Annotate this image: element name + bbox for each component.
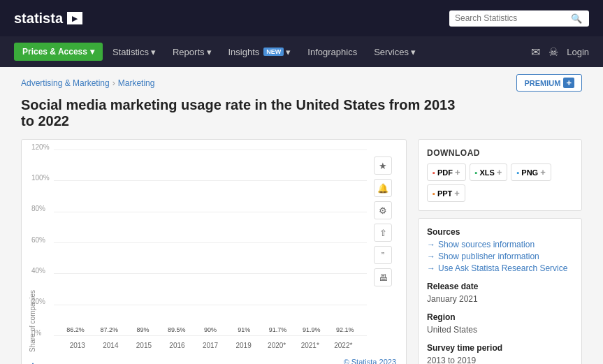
x-label: 2015 xyxy=(127,342,161,349)
chart-credit: © Statista 2023 xyxy=(344,358,396,364)
login-label[interactable]: Login xyxy=(567,47,589,57)
region-value: United States xyxy=(427,325,573,335)
chevron-down-icon: ▾ xyxy=(90,47,94,57)
survey-period-value: 2013 to 2019 xyxy=(427,356,573,364)
arrow-icon: → xyxy=(427,263,435,273)
download-buttons: ▪ PDF + ▪ XLS + ▪ PNG + ▪ PPT + xyxy=(427,163,573,202)
star-button[interactable]: ★ xyxy=(374,156,392,175)
download-section: DOWNLOAD ▪ PDF + ▪ XLS + ▪ PNG + xyxy=(418,139,582,211)
xls-plus: + xyxy=(497,167,502,177)
prices-access-button[interactable]: Prices & Access ▾ xyxy=(14,43,103,61)
nav-item-insights[interactable]: Insights NEW ▾ xyxy=(221,43,298,61)
bar-value-label: 89% xyxy=(128,326,157,333)
breadcrumb-row: Advertising & Marketing › Marketing PREM… xyxy=(0,67,603,94)
chevron-down-icon: ▾ xyxy=(411,47,416,57)
chevron-down-icon: ▾ xyxy=(286,47,291,57)
search-input[interactable] xyxy=(455,13,567,23)
survey-period-label: Survey time period xyxy=(427,343,573,353)
sources-row: Sources → Show sources information → Sho… xyxy=(427,227,573,273)
nav-item-reports[interactable]: Reports ▾ xyxy=(166,43,219,61)
share-button[interactable]: ⇧ xyxy=(374,224,392,242)
survey-period-row: Survey time period 2013 to 2019 xyxy=(427,343,573,364)
release-date-row: Release date January 2021 xyxy=(427,282,573,304)
region-label: Region xyxy=(427,312,573,322)
search-icon: 🔍 xyxy=(571,13,582,24)
bar-value-label: 91.9% xyxy=(297,326,326,333)
nav-item-infographics[interactable]: Infographics xyxy=(300,43,364,61)
download-xls-button[interactable]: ▪ XLS + xyxy=(470,163,508,181)
x-label: 2019 xyxy=(227,342,261,349)
logo: statista ▶ xyxy=(14,10,82,27)
ask-statista-link[interactable]: → Use Ask Statista Research Service xyxy=(427,263,573,273)
chart-footer: ℹ Additional Information © Statista 2023… xyxy=(29,358,399,364)
arrow-icon: → xyxy=(427,252,435,261)
page-title: Social media marketing usage rate in the… xyxy=(0,94,489,139)
settings-button[interactable]: ⚙ xyxy=(374,201,392,219)
arrow-icon: → xyxy=(427,240,435,249)
chart-inner: Share of companies 120% 100% 80% 60% 40%… xyxy=(29,150,399,352)
pdf-plus: + xyxy=(455,167,460,177)
premium-button[interactable]: PREMIUM + xyxy=(516,74,582,92)
sources-label: Sources xyxy=(427,227,573,237)
header: statista ▶ 🔍 xyxy=(0,0,603,36)
premium-label: PREMIUM xyxy=(524,79,560,87)
breadcrumb: Advertising & Marketing › Marketing xyxy=(21,78,154,88)
pdf-icon: ▪ xyxy=(433,168,435,177)
x-label: 2016 xyxy=(161,342,194,349)
x-label: 2014 xyxy=(94,342,128,349)
print-button[interactable]: 🖶 xyxy=(374,268,392,286)
xls-icon: ▪ xyxy=(475,168,478,177)
x-label: 2020* xyxy=(260,342,293,349)
release-date-value: January 2021 xyxy=(427,294,573,304)
info-section: Sources → Show sources information → Sho… xyxy=(418,218,582,364)
main-content: Share of companies 120% 100% 80% 60% 40%… xyxy=(0,139,603,364)
new-badge: NEW xyxy=(263,48,284,56)
release-date-label: Release date xyxy=(427,282,573,291)
globe-icon[interactable]: ☠ xyxy=(548,45,558,59)
nav-item-services[interactable]: Services ▾ xyxy=(367,43,423,61)
region-row: Region United States xyxy=(427,312,573,335)
breadcrumb-separator: › xyxy=(112,78,115,88)
info-section-wrap: Sources → Show sources information → Sho… xyxy=(418,218,582,364)
png-plus: + xyxy=(540,167,546,177)
bar-value-label: 90% xyxy=(196,326,225,333)
x-label: 2017 xyxy=(194,342,227,349)
bar-value-label: 86.2% xyxy=(61,326,90,333)
download-pdf-button[interactable]: ▪ PDF + xyxy=(427,163,466,181)
chevron-down-icon: ▾ xyxy=(207,47,212,57)
logo-icon: ▶ xyxy=(67,12,82,24)
ppt-plus: + xyxy=(454,188,460,198)
mail-icon[interactable]: ✉ xyxy=(531,45,540,59)
search-bar[interactable]: 🔍 xyxy=(449,10,589,27)
bar-value-label: 89.5% xyxy=(162,326,191,333)
chart-container: Share of companies 120% 100% 80% 60% 40%… xyxy=(21,139,407,364)
png-icon: ▪ xyxy=(516,168,519,177)
x-label: 2013 xyxy=(61,342,94,349)
nav-right: ✉ ☠ Login xyxy=(531,45,589,59)
breadcrumb-marketing[interactable]: Marketing xyxy=(118,78,155,88)
logo-text: statista xyxy=(14,10,63,27)
quote-button[interactable]: ” xyxy=(374,246,392,264)
premium-plus-icon: + xyxy=(563,78,574,88)
download-ppt-button[interactable]: ▪ PPT + xyxy=(427,184,465,202)
x-label: 2021* xyxy=(293,342,327,349)
bars-area: 86.2%87.2%89%89.5%90%91%91.7%91.9%92.1% xyxy=(54,150,367,335)
show-sources-link[interactable]: → Show sources information xyxy=(427,240,573,249)
ppt-icon: ▪ xyxy=(433,189,435,198)
bar-value-label: 91% xyxy=(229,326,259,333)
show-publisher-link[interactable]: → Show publisher information xyxy=(427,252,573,261)
download-png-button[interactable]: ▪ PNG + xyxy=(511,163,551,181)
chart-actions: ★ 🔔 ⚙ ⇧ ” 🖶 xyxy=(374,156,392,286)
bar-value-label: 92.1% xyxy=(330,326,360,333)
x-labels: 2013201420152016201720192020*2021*2022* xyxy=(54,342,367,349)
breadcrumb-advertising[interactable]: Advertising & Marketing xyxy=(21,78,110,88)
bar-value-label: 91.7% xyxy=(263,326,292,333)
chevron-down-icon: ▾ xyxy=(151,47,156,57)
right-panel: DOWNLOAD ▪ PDF + ▪ XLS + ▪ PNG + xyxy=(418,139,582,364)
download-title: DOWNLOAD xyxy=(427,148,573,158)
nav: Prices & Access ▾ Statistics ▾ Reports ▾… xyxy=(0,36,603,67)
x-label: 2022* xyxy=(327,342,361,349)
bell-button[interactable]: 🔔 xyxy=(374,179,392,197)
bar-value-label: 87.2% xyxy=(94,326,124,333)
nav-item-statistics[interactable]: Statistics ▾ xyxy=(106,43,163,61)
